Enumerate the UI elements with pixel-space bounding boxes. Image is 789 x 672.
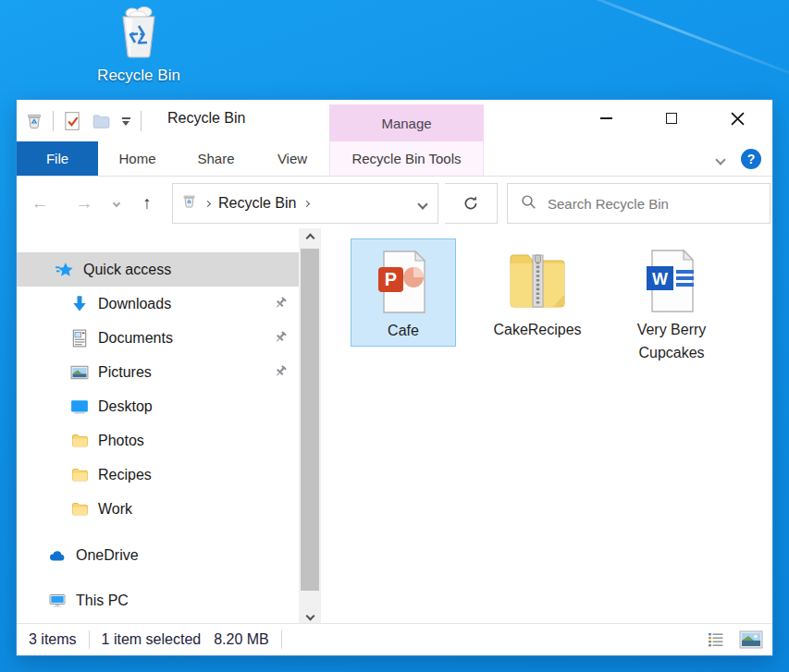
sidebar-item-label: Documents <box>98 330 173 347</box>
sidebar-item-documents[interactable]: Documents <box>17 321 299 355</box>
folder-icon <box>70 432 89 450</box>
address-bar[interactable]: Recycle Bin <box>172 183 438 224</box>
sidebar-item-label: Pictures <box>98 364 152 381</box>
pin-icon[interactable] <box>274 330 288 348</box>
desktop-icon-small <box>70 397 89 416</box>
sidebar-item-label: Recipes <box>98 467 152 483</box>
view-toggle-group <box>702 628 765 652</box>
main-area: Quick access Downloads <box>17 228 772 625</box>
pin-icon[interactable] <box>274 296 288 313</box>
scroll-down-button[interactable] <box>299 606 321 625</box>
close-button[interactable] <box>717 104 758 133</box>
folder-icon <box>70 500 89 519</box>
status-divider <box>281 630 282 649</box>
sidebar-item-label: OneDrive <box>76 547 139 564</box>
file-item-cafe[interactable]: P Cafe <box>351 238 456 347</box>
desktop-recycle-bin[interactable]: Recycle Bin <box>90 6 188 85</box>
tab-file[interactable]: File <box>17 141 98 176</box>
downloads-icon <box>70 295 89 313</box>
tab-home[interactable]: Home <box>98 141 177 176</box>
pin-icon[interactable] <box>274 364 288 382</box>
breadcrumb-root[interactable]: Recycle Bin <box>218 195 296 212</box>
sidebar-item-label: Work <box>98 501 132 518</box>
desktop-icon-label: Recycle Bin <box>90 67 188 85</box>
word-file-icon: W <box>619 244 724 318</box>
sidebar-item-label: Downloads <box>98 296 171 312</box>
refresh-button[interactable] <box>445 183 498 224</box>
sidebar-item-quick-access[interactable]: Quick access <box>17 252 299 287</box>
sidebar-item-this-pc[interactable]: This PC <box>17 583 299 617</box>
address-dropdown-chevron-icon[interactable] <box>419 195 426 212</box>
sidebar-item-label: Photos <box>98 433 144 449</box>
scroll-up-button[interactable] <box>299 228 321 247</box>
up-button[interactable]: ↑ <box>131 183 163 224</box>
back-button[interactable]: ← <box>24 183 55 224</box>
maximize-button[interactable] <box>651 104 692 133</box>
onedrive-cloud-icon <box>48 546 67 565</box>
large-icons-view-button[interactable] <box>737 628 765 652</box>
file-name: Very Berry Cupcakes <box>627 318 716 368</box>
qat-folder-icon[interactable] <box>91 110 111 132</box>
search-input[interactable] <box>548 196 733 212</box>
quick-access-star-icon <box>55 261 74 279</box>
sidebar-item-onedrive[interactable]: OneDrive <box>17 538 299 572</box>
search-icon <box>521 194 536 214</box>
status-selection: 1 item selected <box>102 631 202 648</box>
minimize-button[interactable] <box>586 104 626 133</box>
file-item-cakerecipes[interactable]: CakeRecipes <box>485 238 590 345</box>
details-view-button[interactable] <box>702 628 730 652</box>
sidebar-item-work[interactable]: Work <box>17 492 299 526</box>
breadcrumb-chevron-icon[interactable] <box>303 200 310 206</box>
window-recycle-bin-icon[interactable] <box>24 110 44 132</box>
title-bar: Recycle Bin Manage <box>17 100 772 141</box>
sidebar-item-label: Quick access <box>83 262 171 278</box>
tab-recycle-bin-tools[interactable]: Recycle Bin Tools <box>329 141 484 176</box>
tab-share[interactable]: Share <box>177 141 255 176</box>
scrollbar-thumb[interactable] <box>301 249 319 591</box>
file-explorer-window: Recycle Bin Manage File Home Share View … <box>16 99 773 656</box>
expand-ribbon-chevron-icon[interactable] <box>717 151 724 167</box>
documents-icon <box>70 329 89 348</box>
sidebar-item-label: Desktop <box>98 398 153 415</box>
sidebar-scrollbar[interactable] <box>299 228 321 625</box>
zip-folder-icon <box>485 244 590 318</box>
qat-checkmark-document-icon[interactable] <box>62 110 82 132</box>
quick-access-toolbar <box>24 107 142 135</box>
help-button[interactable]: ? <box>741 149 761 169</box>
recycle-bin-icon <box>110 46 167 62</box>
sidebar-item-recipes[interactable]: Recipes <box>17 458 299 492</box>
powerpoint-file-icon: P <box>351 245 455 319</box>
status-divider <box>89 630 90 649</box>
tab-view[interactable]: View <box>255 141 329 176</box>
recent-locations-chevron-icon[interactable] <box>105 183 128 224</box>
folder-icon <box>70 466 89 484</box>
file-item-very-berry-cupcakes[interactable]: W Very Berry Cupcakes <box>619 238 724 368</box>
file-list: P Cafe CakeRecipes <box>322 228 772 625</box>
file-name: Cafe <box>388 319 419 346</box>
ribbon-tab-row: File Home Share View Recycle Bin Tools ? <box>17 141 772 177</box>
status-bar: 3 items 1 item selected 8.20 MB <box>17 623 772 655</box>
wallpaper-light-streak <box>540 0 789 79</box>
address-recycle-bin-icon <box>181 193 197 214</box>
sidebar-item-desktop[interactable]: Desktop <box>17 389 299 423</box>
sidebar-item-pictures[interactable]: Pictures <box>17 355 299 389</box>
qat-customize-dropdown-icon[interactable] <box>119 117 132 126</box>
navigation-pane: Quick access Downloads <box>17 228 299 625</box>
svg-text:W: W <box>652 270 668 288</box>
status-items-count: 3 items <box>29 631 77 648</box>
qat-separator <box>53 111 54 131</box>
search-bar[interactable] <box>507 183 771 224</box>
sidebar-item-downloads[interactable]: Downloads <box>17 287 299 321</box>
manage-contextual-group[interactable]: Manage <box>329 104 484 141</box>
sidebar-item-photos[interactable]: Photos <box>17 423 299 458</box>
forward-button[interactable]: → <box>68 183 100 224</box>
window-controls <box>586 104 758 133</box>
window-title: Recycle Bin <box>167 110 245 127</box>
this-pc-monitor-icon <box>48 592 67 610</box>
sidebar-item-label: This PC <box>76 593 129 609</box>
pictures-icon <box>70 363 89 382</box>
status-selection-size: 8.20 MB <box>214 631 269 648</box>
navigation-toolbar: ← → ↑ Recycle Bin <box>17 183 772 224</box>
file-name: CakeRecipes <box>493 318 581 345</box>
breadcrumb-chevron-icon[interactable] <box>204 200 211 206</box>
